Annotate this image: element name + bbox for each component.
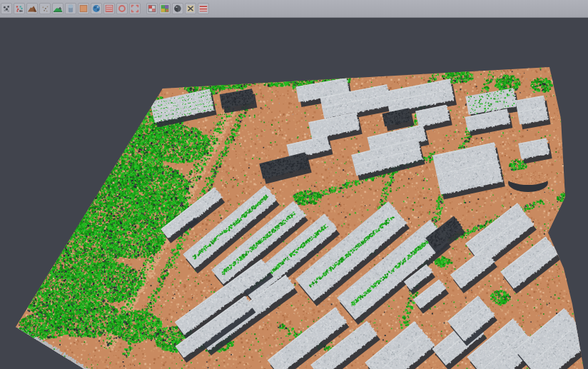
selection-corners-icon xyxy=(130,3,140,14)
terrain-brown-icon[interactable] xyxy=(26,3,38,14)
red-bars-icon xyxy=(198,3,208,14)
checker-icon[interactable] xyxy=(146,3,158,14)
globe-icon xyxy=(91,3,101,14)
toolbar-icon-group xyxy=(0,3,209,14)
globe-icon[interactable] xyxy=(91,3,102,14)
points-cluster-icon xyxy=(1,3,11,14)
toolbar xyxy=(0,0,588,18)
sphere-icon xyxy=(173,3,183,14)
classification-map-icon xyxy=(160,3,170,14)
circle-ring-icon xyxy=(117,3,127,14)
viewport-3d-canvas[interactable] xyxy=(0,19,588,369)
classified-points-icon xyxy=(14,3,24,14)
red-bars-icon[interactable] xyxy=(198,3,209,14)
viewport xyxy=(0,19,588,369)
striped-square-icon[interactable] xyxy=(103,3,115,14)
crossed-tools-icon[interactable] xyxy=(185,3,196,14)
terrain-green-icon[interactable] xyxy=(52,3,64,14)
sparse-points-icon[interactable] xyxy=(39,3,51,14)
terrain-brown-icon xyxy=(27,3,37,14)
points-cluster-icon[interactable] xyxy=(1,3,12,14)
ground-square-icon xyxy=(78,3,88,14)
panel-icon[interactable] xyxy=(65,3,76,14)
sphere-icon[interactable] xyxy=(172,3,183,14)
checker-icon xyxy=(147,3,157,14)
circle-ring-icon[interactable] xyxy=(116,3,128,14)
ground-square-icon[interactable] xyxy=(78,3,89,14)
sparse-points-icon xyxy=(40,3,50,14)
classification-map-icon[interactable] xyxy=(159,3,171,14)
selection-corners-icon[interactable] xyxy=(129,3,141,14)
striped-square-icon xyxy=(104,3,114,14)
terrain-green-icon xyxy=(53,3,63,14)
panel-icon xyxy=(66,3,76,14)
classified-points-icon[interactable] xyxy=(14,3,25,14)
crossed-tools-icon xyxy=(186,3,196,14)
